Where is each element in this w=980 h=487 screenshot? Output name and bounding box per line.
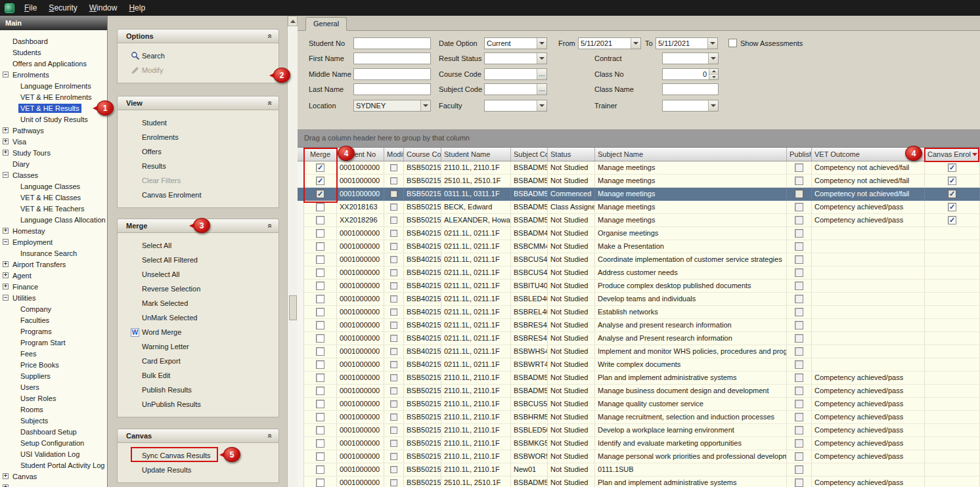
table-row[interactable]: 0001000000BSB502152110.1L, 2110.1FBSBLED… — [298, 424, 980, 437]
spinner-buttons[interactable] — [709, 69, 718, 79]
sidebar-item-classes[interactable]: −Classes — [0, 169, 107, 180]
modified-checkbox[interactable] — [384, 161, 404, 175]
sidebar-item-dashboard-setup[interactable]: Dashboard Setup — [0, 426, 107, 437]
table-row[interactable]: 0001000000BSB502152110.1L, 2110.1FBSBHRM… — [298, 411, 980, 424]
publish-checkbox[interactable] — [787, 476, 812, 487]
publish-checkbox[interactable] — [787, 214, 812, 227]
merge-checkbox[interactable] — [304, 253, 337, 266]
merge-checkbox[interactable] — [304, 476, 337, 487]
scrollbar-thumb[interactable] — [289, 295, 297, 320]
table-row[interactable]: 0001000000BSB402150211.1L, 0211.1FBSBWHS… — [298, 345, 980, 358]
table-row[interactable]: 0001000000BSB502152110.1L, 2110.1FBSBADM… — [298, 371, 980, 385]
modified-checkbox[interactable] — [384, 411, 404, 424]
merge-checkbox[interactable] — [304, 385, 337, 398]
table-row[interactable]: 0001000000BSB502152510.1L, 2510.1FBSBADM… — [298, 476, 980, 487]
modified-checkbox[interactable] — [384, 188, 404, 201]
sidebar-item-vet-he-results[interactable]: VET & HE Results — [0, 102, 107, 114]
table-row[interactable]: 0001000000BSB402150211.1L, 0211.1FBSBRES… — [298, 319, 980, 332]
collapse-chevron-icon[interactable]: « — [266, 224, 275, 228]
column-header-subject-name[interactable]: Subject Name — [595, 148, 787, 161]
modified-checkbox[interactable] — [384, 175, 404, 188]
chevron-down-icon[interactable] — [537, 38, 546, 49]
panel-item-warning-letter[interactable]: Warning Letter — [118, 339, 278, 354]
table-row[interactable]: 0001000000BSB402150211.1L, 0211.1FBSBCUS… — [298, 266, 980, 280]
sidebar-item-vet-he-classes[interactable]: VET & HE Classes — [0, 192, 107, 203]
sidebar-item-price-books[interactable]: Price Books — [0, 359, 107, 370]
class-name-input[interactable] — [662, 83, 719, 95]
sidebar-item-setup-configuration[interactable]: Setup Configuration — [0, 437, 107, 448]
sidebar-item-user-roles[interactable]: User Roles — [0, 392, 107, 404]
sidebar-item-faculties[interactable]: Faculties — [0, 314, 107, 326]
chevron-down-icon[interactable] — [708, 53, 718, 64]
menu-window[interactable]: Window — [83, 0, 123, 16]
table-row[interactable]: 0001000000BSB502152110.1L, 2110.1FBSBMKG… — [298, 437, 980, 450]
sidebar-item-employment[interactable]: −Employment — [0, 236, 107, 247]
chevron-down-icon[interactable] — [707, 38, 717, 49]
merge-checkbox[interactable] — [304, 306, 337, 319]
modified-checkbox[interactable] — [384, 371, 404, 385]
show-assessments-checkbox[interactable] — [728, 39, 737, 47]
merge-checkbox[interactable] — [304, 424, 337, 437]
sidebar-item-insurance-search[interactable]: Insurance Search — [0, 247, 107, 259]
table-row[interactable]: ✓0001000000BSB502152110.1L, 2110.1FBSBAD… — [298, 161, 980, 175]
modified-checkbox[interactable] — [384, 253, 404, 266]
merge-checkbox[interactable] — [304, 280, 337, 293]
sidebar-item-utilities[interactable]: −Utilities — [0, 292, 107, 303]
table-row[interactable]: XX2018163BSB50215BECK, EdwardBSBADM502Cl… — [298, 201, 980, 214]
publish-checkbox[interactable] — [787, 240, 812, 253]
ellipsis-button[interactable]: … — [537, 84, 546, 95]
modified-checkbox[interactable] — [384, 358, 404, 371]
table-row[interactable]: 0001000000BSB402150211.1L, 0211.1FBSBCMM… — [298, 240, 980, 253]
modified-checkbox[interactable] — [384, 214, 404, 227]
publish-checkbox[interactable] — [787, 424, 812, 437]
menu-help[interactable]: Help — [123, 0, 151, 16]
expand-icon[interactable]: + — [3, 272, 9, 278]
merge-checkbox[interactable] — [304, 293, 337, 306]
chevron-down-icon[interactable] — [537, 100, 546, 111]
modified-checkbox[interactable] — [384, 280, 404, 293]
table-row[interactable]: 0001000000BSB402150211.1L, 0211.1FBSBADM… — [298, 227, 980, 240]
column-header-subject-code[interactable]: Subject Code — [511, 148, 548, 161]
vertical-scrollbar[interactable] — [287, 16, 298, 487]
publish-checkbox[interactable] — [787, 293, 812, 306]
modified-checkbox[interactable] — [384, 437, 404, 450]
merge-checkbox[interactable] — [304, 201, 337, 214]
chevron-down-icon[interactable] — [631, 38, 640, 49]
canvas_enrol-checkbox[interactable]: ✓ — [925, 161, 980, 175]
table-row[interactable]: XX2018296BSB50215ALEXANDER, HowardBSBADM… — [298, 214, 980, 227]
modified-checkbox[interactable] — [384, 240, 404, 253]
sidebar-item-pathways[interactable]: +Pathways — [0, 125, 107, 136]
sidebar-item-users[interactable]: Users — [0, 381, 107, 392]
spin-down-icon[interactable] — [709, 75, 718, 80]
table-row[interactable]: ✓0001000000BSB502152510.1L, 2510.1FBSBAD… — [298, 175, 980, 188]
table-row[interactable]: 0001000000BSB402150211.1L, 0211.1FBSBREL… — [298, 306, 980, 319]
publish-checkbox[interactable] — [787, 175, 812, 188]
modified-checkbox[interactable] — [384, 201, 404, 214]
publish-checkbox[interactable] — [787, 437, 812, 450]
section-header-options[interactable]: Options« — [117, 29, 279, 43]
expand-icon[interactable]: + — [3, 261, 9, 267]
date-option-select[interactable]: Current — [484, 37, 547, 49]
modified-checkbox[interactable] — [384, 306, 404, 319]
table-row[interactable]: ✓0001000000BSB502150311.1L, 0311.1FBSBAD… — [298, 188, 980, 201]
publish-checkbox[interactable] — [787, 319, 812, 332]
merge-checkbox[interactable] — [304, 214, 337, 227]
section-header-view[interactable]: View« — [117, 96, 279, 110]
panel-item-mark-selected[interactable]: Mark Selected — [118, 296, 278, 310]
table-row[interactable]: 0001000000BSB502152110.1L, 2110.1FBSBCUS… — [298, 398, 980, 411]
subject-code-input[interactable]: … — [484, 83, 547, 95]
merge-checkbox[interactable] — [304, 437, 337, 450]
table-row[interactable]: 0001000000BSB402150211.1L, 0211.1FBSBLED… — [298, 293, 980, 306]
sidebar-item-students[interactable]: Students — [0, 47, 107, 58]
panel-item-clear-filters[interactable]: Clear Filters — [118, 173, 278, 188]
expand-icon[interactable]: + — [3, 150, 9, 156]
sidebar-item-company[interactable]: Company — [0, 303, 107, 314]
modified-checkbox[interactable] — [384, 345, 404, 358]
panel-item-select-all[interactable]: Select All — [118, 238, 278, 253]
modified-checkbox[interactable] — [384, 385, 404, 398]
chevron-down-icon[interactable] — [708, 100, 718, 111]
sidebar-item-diary[interactable]: Diary — [0, 158, 107, 169]
panel-item-modify[interactable]: Modify — [118, 63, 278, 77]
column-header-status[interactable]: Status — [548, 148, 595, 161]
publish-checkbox[interactable] — [787, 161, 812, 175]
